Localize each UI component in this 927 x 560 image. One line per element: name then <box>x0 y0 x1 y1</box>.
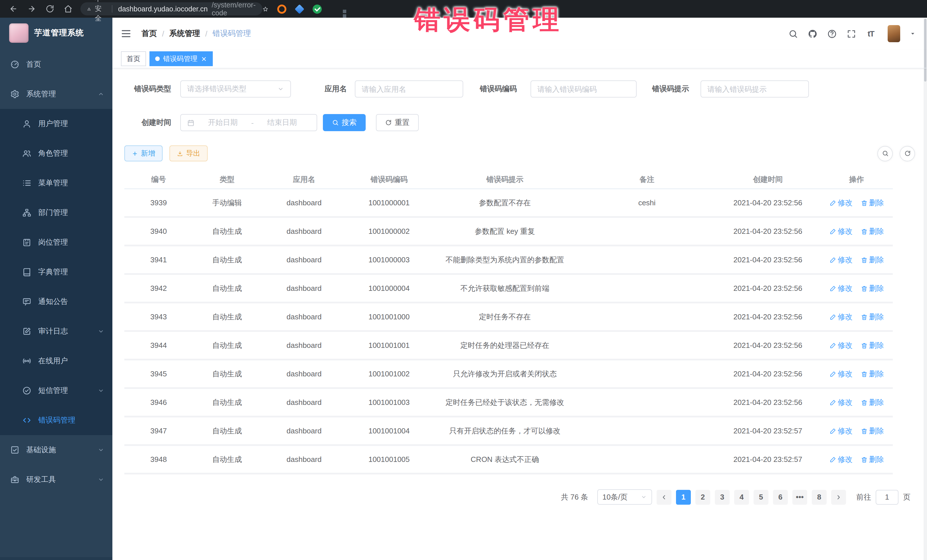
sidebar-item-label: 首页 <box>26 59 97 70</box>
delete-link[interactable]: 删除 <box>860 340 884 351</box>
fullscreen-icon[interactable] <box>846 29 856 38</box>
edit-link[interactable]: 修改 <box>829 369 853 379</box>
delete-link[interactable]: 删除 <box>860 397 884 408</box>
page-button[interactable]: 5 <box>754 490 768 504</box>
breadcrumb-separator: / <box>162 29 164 38</box>
chevron-down-icon <box>277 85 284 93</box>
window-scrollbar[interactable] <box>924 18 927 560</box>
reload-icon[interactable] <box>46 5 54 13</box>
edit-link[interactable]: 修改 <box>829 283 853 294</box>
star-icon[interactable] <box>263 4 268 14</box>
breadcrumb-item[interactable]: 系统管理 <box>169 29 200 38</box>
page-button[interactable]: 3 <box>715 490 729 504</box>
view-tab[interactable]: 首页 <box>121 51 146 66</box>
prev-page-button[interactable] <box>656 490 672 504</box>
table-row[interactable]: 3943 自动生成 dashboard 1001001000 定时任务不存在 2… <box>125 302 893 331</box>
breadcrumb-item[interactable]: 首页 <box>141 29 157 38</box>
breadcrumb-item[interactable]: 错误码管理 <box>213 29 251 38</box>
back-arrow-icon[interactable] <box>9 5 18 13</box>
sidebar-item[interactable]: 审计日志 <box>0 317 112 346</box>
table-row[interactable]: 3947 自动生成 dashboard 1001001004 只有开启状态的任务… <box>125 417 893 445</box>
sidebar-item[interactable]: 错误码管理 <box>0 405 112 435</box>
page-button[interactable]: 6 <box>773 490 788 504</box>
page-size-select[interactable]: 10条/页 <box>597 489 652 505</box>
delete-link[interactable]: 删除 <box>860 283 884 294</box>
reset-button[interactable]: 重置 <box>376 114 419 131</box>
delete-link[interactable]: 删除 <box>860 311 884 322</box>
page-button[interactable]: 2 <box>695 490 710 504</box>
table-row[interactable]: 3946 自动生成 dashboard 1001001003 定时任务已经处于该… <box>125 388 893 417</box>
sidebar-item[interactable]: 用户管理 <box>0 109 112 138</box>
edit-link[interactable]: 修改 <box>829 226 853 237</box>
help-icon[interactable] <box>827 29 837 38</box>
date-range-picker[interactable]: 开始日期 - 结束日期 <box>180 114 317 131</box>
edit-link[interactable]: 修改 <box>829 311 853 322</box>
error-code-input[interactable] <box>530 80 637 97</box>
next-page-button[interactable] <box>831 490 846 504</box>
audit-log-icon <box>22 327 31 336</box>
search-icon[interactable] <box>789 29 798 38</box>
edit-link[interactable]: 修改 <box>829 454 853 465</box>
table-row[interactable]: 3942 自动生成 dashboard 1001000004 不允许获取敏感配置… <box>125 274 893 302</box>
table-row[interactable]: 3944 自动生成 dashboard 1001001001 定时任务的处理器已… <box>125 331 893 360</box>
orange-extension-icon[interactable] <box>277 4 286 14</box>
delete-link[interactable]: 删除 <box>860 454 884 465</box>
goto-page-input[interactable] <box>876 490 898 504</box>
edit-link[interactable]: 修改 <box>829 425 853 436</box>
date-label: 创建时间 <box>130 117 171 128</box>
page-button[interactable]: 1 <box>676 490 691 504</box>
page-button[interactable]: 8 <box>812 490 827 504</box>
address-bar[interactable]: 不安全 dashboard.yudao.iocoder.cn /system/e… <box>81 2 263 15</box>
cell-app: dashboard <box>261 302 347 331</box>
delete-link[interactable]: 删除 <box>860 197 884 208</box>
github-icon[interactable] <box>808 29 818 38</box>
table-row[interactable]: 3945 自动生成 dashboard 1001001002 只允许修改为开启或… <box>125 360 893 388</box>
sidebar-item[interactable]: 岗位管理 <box>0 228 112 257</box>
sidebar-item[interactable]: 系统管理 <box>0 79 112 109</box>
sidebar-item[interactable]: 研发工具 <box>0 465 112 495</box>
delete-link[interactable]: 删除 <box>860 254 884 265</box>
close-icon[interactable] <box>201 56 207 62</box>
user-avatar[interactable] <box>887 25 900 42</box>
sidebar-item[interactable]: 菜单管理 <box>0 168 112 198</box>
forward-arrow-icon[interactable] <box>27 5 36 13</box>
table-row[interactable]: 3939 手动编辑 dashboard 1001000001 参数配置不存在 c… <box>125 189 893 217</box>
edit-link[interactable]: 修改 <box>829 254 853 265</box>
caret-down-icon[interactable] <box>910 31 916 36</box>
delete-link[interactable]: 删除 <box>860 369 884 379</box>
sidebar-item[interactable]: 通知公告 <box>0 287 112 317</box>
error-tip-input[interactable] <box>701 80 809 97</box>
browser-home-icon[interactable] <box>64 5 73 13</box>
delete-link[interactable]: 删除 <box>860 425 884 436</box>
check-extension-icon[interactable] <box>313 4 322 14</box>
view-tab[interactable]: 错误码管理 <box>149 51 213 66</box>
export-button[interactable]: 导出 <box>169 146 208 161</box>
edit-link[interactable]: 修改 <box>829 197 853 208</box>
search-button[interactable]: 搜索 <box>323 114 366 131</box>
table-row[interactable]: 3941 自动生成 dashboard 1001000003 不能删除类型为系统… <box>125 246 893 274</box>
sidebar-item[interactable]: 短信管理 <box>0 376 112 405</box>
refresh-table-button[interactable] <box>900 146 915 161</box>
sidebar-item[interactable]: 首页 <box>0 50 112 79</box>
add-button[interactable]: 新增 <box>125 146 163 161</box>
error-code-type-select[interactable]: 请选择错误码类型 <box>180 80 291 97</box>
sidebar-item[interactable]: 部门管理 <box>0 198 112 228</box>
cell-app: dashboard <box>261 246 347 274</box>
app-name-input[interactable] <box>355 80 463 97</box>
page-button[interactable]: ••• <box>792 490 807 504</box>
page-button[interactable]: 4 <box>734 490 749 504</box>
toggle-search-button[interactable] <box>877 146 893 161</box>
font-size-icon[interactable]: tT <box>866 29 876 38</box>
sidebar-item[interactable]: 基础设施 <box>0 435 112 465</box>
hamburger-icon[interactable] <box>121 29 131 39</box>
sidebar-item[interactable]: 在线用户 <box>0 346 112 376</box>
breadcrumb-segment: 首页 <box>141 29 157 39</box>
table-row[interactable]: 3940 自动生成 dashboard 1001000002 参数配置 key … <box>125 217 893 246</box>
gem-extension-icon[interactable] <box>295 4 304 14</box>
edit-link[interactable]: 修改 <box>829 397 853 408</box>
sidebar-item[interactable]: 角色管理 <box>0 138 112 168</box>
sidebar-item[interactable]: 字典管理 <box>0 257 112 287</box>
table-row[interactable]: 3948 自动生成 dashboard 1001001005 CRON 表达式不… <box>125 445 893 473</box>
edit-link[interactable]: 修改 <box>829 340 853 351</box>
delete-link[interactable]: 删除 <box>860 226 884 237</box>
